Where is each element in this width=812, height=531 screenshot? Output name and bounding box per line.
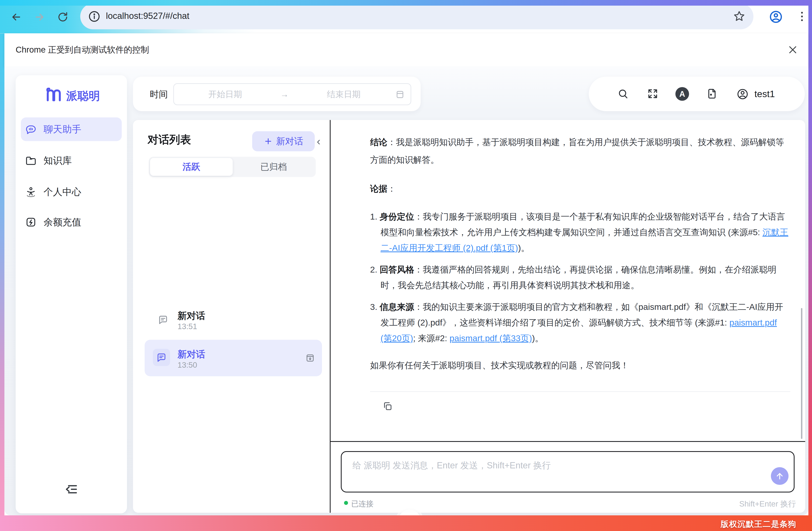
copy-icon[interactable] xyxy=(382,401,393,412)
conversation-time: 13:50 xyxy=(177,361,197,370)
sidebar-item-personal-center[interactable]: 个人中心 xyxy=(21,180,122,204)
conversation-list-title: 对话列表 xyxy=(148,132,191,147)
message-icon xyxy=(158,314,168,325)
automation-banner-text: Chrome 正受到自动测试软件的控制 xyxy=(16,44,149,55)
source-link[interactable]: paismart.pdf (第33页) xyxy=(450,333,532,343)
sidebar-item-label: 个人中心 xyxy=(44,186,81,198)
fullscreen-icon[interactable] xyxy=(647,88,658,100)
composer-status: 已连接 Shift+Enter 换行 xyxy=(344,498,796,508)
sidebar-item-label: 余额充值 xyxy=(44,216,81,229)
sidebar-item-knowledge-base[interactable]: 知识库 xyxy=(21,149,122,172)
window-frame-left xyxy=(0,0,4,531)
shortcut-hint: Shift+Enter 换行 xyxy=(739,499,796,509)
composer xyxy=(341,451,795,492)
date-range-input[interactable]: 开始日期 → 结束日期 xyxy=(173,83,411,105)
end-date-placeholder[interactable]: 结束日期 xyxy=(292,89,395,100)
assistant-message: 结论：我是派聪明知识助手，基于派聪明项目构建，旨在为用户提供关于派聪明项目、技术… xyxy=(370,133,791,385)
browser-window: localhost:9527/#/chat Chrome 正受到自动测试软件的控… xyxy=(0,0,812,531)
sidebar: 派聪明 聊天助手 知识库 个人中心 xyxy=(16,75,127,513)
username[interactable]: test1 xyxy=(754,88,775,99)
conversation-title: 新对话 xyxy=(177,310,205,322)
chat-panel: 结论：我是派聪明知识助手，基于派聪明项目构建，旨在为用户提供关于派聪明项目、技术… xyxy=(331,120,805,513)
message-divider xyxy=(370,391,791,392)
back-icon[interactable] xyxy=(11,11,22,23)
theme-skin-icon[interactable] xyxy=(706,88,717,100)
page-footer-band: 版权沉默王二是条狗 xyxy=(0,515,812,531)
connected-dot-icon xyxy=(344,501,348,505)
message-input[interactable] xyxy=(352,459,754,484)
user-avatar-icon[interactable] xyxy=(736,88,749,100)
conversation-item[interactable]: 新对话 13:51 xyxy=(145,307,322,338)
url-text[interactable]: localhost:9527/#/chat xyxy=(106,11,189,21)
tab-archived[interactable]: 已归档 xyxy=(233,158,315,176)
new-chat-label: 新对话 xyxy=(276,135,303,147)
message-icon xyxy=(153,349,170,366)
chat-scrollbar[interactable] xyxy=(801,308,802,439)
connected-label: 已连接 xyxy=(351,499,374,509)
search-icon[interactable] xyxy=(617,88,629,100)
range-arrow: → xyxy=(276,89,292,99)
message-paragraph: 论据： xyxy=(370,180,791,198)
browser-menu-icon[interactable] xyxy=(796,10,808,23)
logo-icon xyxy=(45,87,62,102)
sidebar-item-recharge[interactable]: 余额充值 xyxy=(21,210,122,234)
message-paragraph: 结论：我是派聪明知识助手，基于派聪明项目构建，旨在为用户提供关于派聪明项目、技术… xyxy=(370,133,791,169)
conversation-time: 13:51 xyxy=(177,322,197,331)
collapse-panel-icon[interactable]: ‹ xyxy=(317,134,321,149)
address-bar[interactable]: localhost:9527/#/chat xyxy=(80,4,753,29)
list-item: 1. 身份定位：我专门服务于派聪明项目，该项目是一个基于私有知识库的企业级智能对… xyxy=(370,209,791,256)
folder-icon xyxy=(25,155,37,166)
list-item: 3. 信息来源：我的知识主要来源于派聪明项目的官方文档和教程，如《paismar… xyxy=(370,299,791,346)
brand: 派聪明 xyxy=(16,87,127,103)
window-frame-right xyxy=(808,0,812,531)
reload-icon[interactable] xyxy=(57,11,69,23)
recharge-card-icon xyxy=(25,216,37,228)
forward-icon[interactable] xyxy=(34,11,45,23)
conversation-tabs: 活跃 已归档 xyxy=(149,157,316,177)
conversation-title: 新对话 xyxy=(177,348,205,361)
conversation-item-selected[interactable]: 新对话 13:50 xyxy=(145,340,322,376)
site-info-icon[interactable] xyxy=(88,10,101,23)
archive-icon[interactable] xyxy=(305,353,315,363)
header-tools: A test1 xyxy=(589,77,805,111)
content-card: 对话列表 新对话 ‹ 活跃 已归档 新对话 13:51 xyxy=(133,120,805,513)
message-list: 1. 身份定位：我专门服务于派聪明项目，该项目是一个基于私有知识库的企业级智能对… xyxy=(370,209,791,346)
chat-bubble-icon xyxy=(25,124,37,135)
bookmark-star-icon[interactable] xyxy=(733,10,745,23)
sidebar-item-chat-assistant[interactable]: 聊天助手 xyxy=(21,117,122,141)
start-date-placeholder[interactable]: 开始日期 xyxy=(174,89,276,100)
app-title: 派聪明 xyxy=(66,88,100,104)
collapse-sidebar-icon[interactable] xyxy=(64,483,78,496)
browser-profile-icon[interactable] xyxy=(769,10,783,24)
time-filter-card: 时间 开始日期 → 结束日期 xyxy=(133,77,421,111)
automation-banner: Chrome 正受到自动测试软件的控制 xyxy=(4,33,808,67)
sidebar-item-label: 知识库 xyxy=(44,154,72,167)
app-page: 派聪明 聊天助手 知识库 个人中心 xyxy=(4,66,808,515)
calendar-icon[interactable] xyxy=(395,89,405,99)
tab-active[interactable]: 活跃 xyxy=(150,158,233,176)
person-icon xyxy=(25,186,37,198)
sidebar-item-label: 聊天助手 xyxy=(44,123,81,136)
close-icon[interactable] xyxy=(787,45,798,55)
send-button[interactable] xyxy=(771,467,788,485)
message-closing: 如果你有任何关于派聪明项目、技术实现或教程的问题，尽管问我！ xyxy=(370,356,791,374)
font-size-icon[interactable]: A xyxy=(676,87,689,101)
composer-divider xyxy=(331,441,805,442)
time-filter-label: 时间 xyxy=(150,88,168,100)
list-item: 2. 回答风格：我遵循严格的回答规则，先给出结论，再提供论据，确保信息清晰易懂。… xyxy=(370,262,791,293)
new-chat-button[interactable]: 新对话 xyxy=(252,131,315,151)
watermark-text: 版权沉默王二是条狗 xyxy=(721,519,796,530)
plus-icon xyxy=(264,137,273,146)
window-frame-top xyxy=(0,0,812,5)
